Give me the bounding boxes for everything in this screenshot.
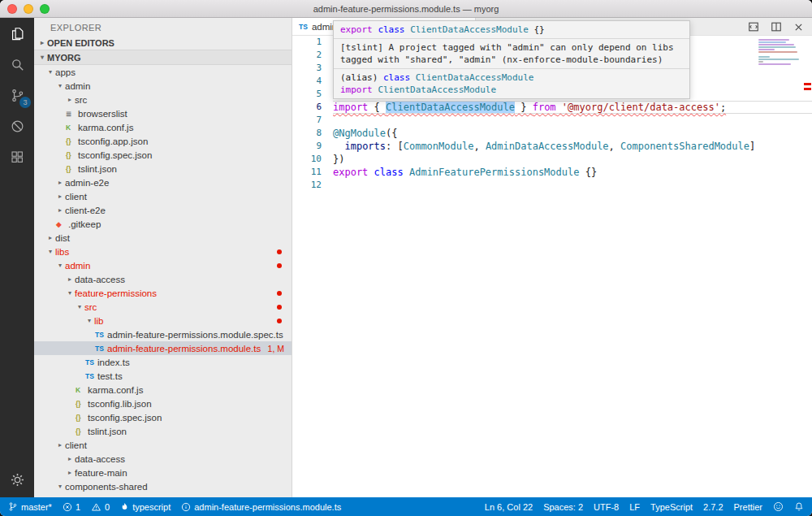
tree-folder-feature-main[interactable]: ▸feature-main bbox=[34, 466, 292, 479]
indentation[interactable]: Spaces: 2 bbox=[543, 502, 583, 512]
code-editor[interactable]: 123456import { ClientDataAccessModule } … bbox=[292, 36, 812, 497]
minimap-line bbox=[758, 51, 797, 53]
tree-folder-feature-permissions[interactable]: ▾feature-permissions bbox=[34, 286, 292, 300]
tree-folder-src[interactable]: ▸src bbox=[34, 93, 292, 106]
title-bar[interactable]: admin-feature-permissions.module.ts — my… bbox=[0, 0, 812, 18]
code-token: class bbox=[374, 167, 404, 178]
tree-item-label: admin-feature-permissions.module.spec.ts bbox=[107, 330, 283, 340]
tree-folder-data-access[interactable]: ▸data-access bbox=[34, 272, 292, 286]
tree-file-tslint.json[interactable]: {}tslint.json bbox=[34, 424, 292, 438]
tree-file-tsconfig.app.json[interactable]: {}tsconfig.app.json bbox=[34, 134, 292, 148]
code-line-8[interactable]: 8@NgModule({ bbox=[292, 127, 812, 140]
tree-folder-components-shared[interactable]: ▾components-shared bbox=[34, 479, 292, 493]
cursor-position[interactable]: Ln 6, Col 22 bbox=[485, 502, 533, 512]
json-file-icon: {} bbox=[76, 400, 88, 408]
code-line-9[interactable]: 9 imports: [CommonModule, AdminDataAcces… bbox=[292, 140, 812, 153]
line-number: 11 bbox=[292, 166, 322, 179]
tree-folder-src[interactable]: ▾src bbox=[34, 300, 292, 314]
line-number: 12 bbox=[292, 179, 322, 192]
notifications-bell[interactable] bbox=[794, 501, 804, 512]
search-icon[interactable] bbox=[0, 49, 34, 80]
tree-folder-client[interactable]: ▸client bbox=[34, 189, 292, 203]
tree-file-browserslist[interactable]: ≣browserslist bbox=[34, 106, 292, 120]
tslint-status[interactable]: typescript bbox=[120, 501, 171, 512]
typescript-file-icon: TS bbox=[95, 331, 107, 339]
line-number: 9 bbox=[292, 140, 322, 153]
debug-icon[interactable] bbox=[0, 111, 34, 141]
minimap[interactable] bbox=[758, 39, 802, 68]
tree-folder-dist[interactable]: ▸dist bbox=[34, 231, 292, 245]
chevron-right-icon: ▸ bbox=[37, 39, 47, 46]
tree-item-label: tsconfig.spec.json bbox=[78, 150, 152, 160]
modified-dot bbox=[277, 319, 282, 323]
tree-file-tsconfig.spec.json[interactable]: {}tsconfig.spec.json bbox=[34, 410, 292, 424]
tree-file-admin-feature-permissions.module.ts[interactable]: TSadmin-feature-permissions.module.ts1, … bbox=[34, 341, 292, 355]
tree-file-karma.conf.js[interactable]: Kkarma.conf.js bbox=[34, 120, 292, 134]
zoom-window-button[interactable] bbox=[40, 4, 50, 14]
code-token: }) bbox=[333, 154, 344, 165]
extensions-icon[interactable] bbox=[0, 141, 34, 172]
typescript-version[interactable]: 2.7.2 bbox=[703, 502, 723, 512]
code-token: import bbox=[333, 102, 368, 113]
settings-gear-icon[interactable] bbox=[0, 472, 34, 488]
close-editor-icon[interactable] bbox=[793, 22, 804, 33]
encoding[interactable]: UTF-8 bbox=[594, 502, 619, 512]
tree-file-test.ts[interactable]: TStest.ts bbox=[34, 369, 292, 383]
source-control-icon[interactable]: 3 bbox=[0, 80, 34, 111]
tree-folder-lib[interactable]: ▾lib bbox=[34, 314, 292, 327]
line-number: 6 bbox=[292, 101, 322, 114]
chevron-right-icon: ▸ bbox=[55, 441, 65, 449]
status-text: LF bbox=[629, 502, 640, 512]
problems-errors[interactable]: 1 bbox=[63, 502, 80, 512]
tree-item-label: tslint.json bbox=[88, 427, 127, 436]
chevron-right-icon: ▸ bbox=[55, 193, 65, 200]
tree-folder-apps[interactable]: ▾apps bbox=[34, 65, 292, 79]
minimize-window-button[interactable] bbox=[24, 4, 33, 14]
open-editors-header[interactable]: ▸ OPEN EDITORS bbox=[34, 36, 292, 50]
tree-file-tsconfig.lib.json[interactable]: {}tsconfig.lib.json bbox=[34, 397, 292, 410]
feedback-smiley[interactable] bbox=[773, 501, 784, 512]
hover-tooltip: export class ClientDataAccessModule {} [… bbox=[333, 20, 690, 99]
tree-file-tslint.json[interactable]: {}tslint.json bbox=[34, 162, 292, 176]
modified-dot bbox=[277, 291, 282, 296]
tree-file-index.ts[interactable]: TSindex.ts bbox=[34, 355, 292, 369]
open-changes-icon[interactable] bbox=[748, 21, 759, 33]
code-line-6[interactable]: 6import { ClientDataAccessModule } from … bbox=[292, 101, 812, 114]
tree-item-label: admin-feature-permissions.module.ts bbox=[107, 344, 261, 353]
active-file-info[interactable]: admin-feature-permissions.module.ts bbox=[181, 502, 341, 512]
hover-alias-line: (alias) class ClientDataAccessModule bbox=[340, 72, 683, 84]
tree-file-tsconfig.spec.json[interactable]: {}tsconfig.spec.json bbox=[34, 148, 292, 162]
prettier-status[interactable]: Prettier bbox=[734, 502, 762, 512]
editor-actions bbox=[748, 18, 804, 36]
tree-file-.gitkeep[interactable]: ◆.gitkeep bbox=[34, 217, 292, 231]
tree-folder-admin[interactable]: ▾admin bbox=[34, 258, 292, 272]
tree-file-karma.conf.js[interactable]: Kkarma.conf.js bbox=[34, 383, 292, 397]
git-branch-indicator[interactable]: master* bbox=[8, 501, 52, 512]
tree-file-admin-feature-permissions.module.spec.ts[interactable]: TSadmin-feature-permissions.module.spec.… bbox=[34, 327, 292, 341]
tree-folder-data-access[interactable]: ▸data-access bbox=[34, 452, 292, 466]
tree-folder-admin[interactable]: ▾admin bbox=[34, 79, 292, 93]
status-text: admin-feature-permissions.module.ts bbox=[194, 502, 341, 512]
code-line-7[interactable]: 7 bbox=[292, 114, 812, 127]
code-token bbox=[404, 167, 409, 178]
split-editor-icon[interactable] bbox=[771, 21, 782, 33]
problems-warnings[interactable]: 0 bbox=[91, 502, 110, 512]
code-line-11[interactable]: 11export class AdminFeaturePermissionsMo… bbox=[292, 166, 812, 179]
json-file-icon: {} bbox=[76, 427, 88, 436]
code-line-10[interactable]: 10}) bbox=[292, 153, 812, 166]
eol-sequence[interactable]: LF bbox=[629, 502, 640, 512]
browserslist-file-icon: ≣ bbox=[66, 110, 78, 118]
code-line-12[interactable]: 12 bbox=[292, 179, 812, 192]
tree-folder-admin-e2e[interactable]: ▸admin-e2e bbox=[34, 176, 292, 189]
tree-folder-client-e2e[interactable]: ▸client-e2e bbox=[34, 203, 292, 217]
tree-folder-libs[interactable]: ▾libs bbox=[34, 245, 292, 258]
status-bar: master*10typescriptadmin-feature-permiss… bbox=[0, 497, 812, 516]
close-window-button[interactable] bbox=[7, 4, 17, 14]
tree-folder-client[interactable]: ▸client bbox=[34, 438, 292, 452]
code-token: export bbox=[340, 24, 373, 35]
explorer-icon[interactable] bbox=[0, 18, 34, 49]
hover-import-line: import ClientDataAccessModule bbox=[340, 84, 683, 96]
language-mode[interactable]: TypeScript bbox=[650, 502, 693, 512]
workspace-root-header[interactable]: ▾ MYORG bbox=[34, 50, 292, 65]
code-token: CommonModule bbox=[404, 141, 474, 152]
